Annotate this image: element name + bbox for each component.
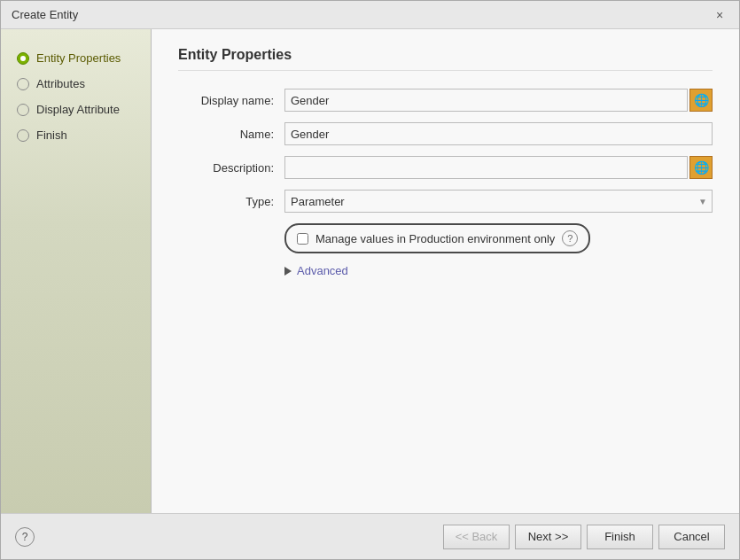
create-entity-dialog: Create Entity × Entity Properties Attrib…	[0, 0, 740, 560]
sidebar-label-entity-properties: Entity Properties	[36, 51, 121, 65]
back-button[interactable]: << Back	[443, 525, 510, 549]
description-control: 🌐	[284, 156, 713, 179]
cancel-button[interactable]: Cancel	[658, 525, 725, 549]
manage-help-icon[interactable]: ?	[562, 230, 578, 246]
type-label: Type:	[178, 195, 284, 208]
radio-entity-properties	[17, 52, 29, 65]
radio-display-attribute	[17, 104, 29, 116]
description-input[interactable]	[284, 156, 688, 179]
description-globe-button[interactable]: 🌐	[689, 156, 713, 179]
title-bar: Create Entity ×	[1, 1, 739, 29]
type-select-wrapper: Parameter ▼	[284, 190, 713, 213]
name-input[interactable]	[284, 122, 713, 145]
manage-checkbox-highlight: Manage values in Production environment …	[284, 223, 590, 253]
manage-checkbox-row: Manage values in Production environment …	[284, 223, 713, 253]
description-globe-icon: 🌐	[694, 160, 709, 175]
sidebar-label-attributes: Attributes	[36, 77, 85, 90]
dialog-title: Create Entity	[12, 8, 78, 21]
footer-right: << Back Next >> Finish Cancel	[443, 525, 725, 549]
footer: ? << Back Next >> Finish Cancel	[1, 513, 739, 559]
next-button[interactable]: Next >>	[515, 525, 581, 549]
sidebar-item-attributes[interactable]: Attributes	[10, 73, 142, 95]
advanced-row[interactable]: Advanced	[284, 264, 713, 277]
display-name-globe-button[interactable]: 🌐	[689, 89, 713, 112]
close-button[interactable]: ×	[711, 6, 728, 24]
sidebar: Entity Properties Attributes Display Att…	[1, 29, 152, 513]
display-name-input[interactable]	[284, 89, 688, 112]
advanced-label[interactable]: Advanced	[297, 264, 348, 277]
manage-production-checkbox[interactable]	[297, 233, 308, 245]
finish-button[interactable]: Finish	[587, 525, 653, 549]
globe-icon: 🌐	[694, 93, 709, 107]
dialog-body: Entity Properties Attributes Display Att…	[1, 29, 739, 513]
advanced-triangle-icon	[284, 267, 292, 276]
help-question-mark: ?	[567, 233, 573, 244]
sidebar-item-entity-properties[interactable]: Entity Properties	[10, 47, 142, 69]
type-select[interactable]: Parameter	[284, 190, 713, 213]
name-row: Name:	[178, 122, 713, 145]
radio-attributes	[17, 78, 29, 90]
type-control: Parameter ▼	[284, 190, 713, 213]
sidebar-item-display-attribute[interactable]: Display Attribute	[10, 98, 142, 121]
display-name-label: Display name:	[178, 94, 284, 107]
section-title: Entity Properties	[178, 47, 713, 71]
name-control	[284, 122, 713, 145]
description-row: Description: 🌐	[178, 156, 713, 179]
type-row: Type: Parameter ▼	[178, 190, 713, 213]
sidebar-item-finish[interactable]: Finish	[10, 124, 142, 146]
display-name-row: Display name: 🌐	[178, 89, 713, 112]
description-label: Description:	[178, 161, 284, 175]
manage-checkbox-label: Manage values in Production environment …	[315, 232, 555, 245]
sidebar-label-finish: Finish	[36, 128, 67, 142]
name-label: Name:	[178, 128, 284, 141]
footer-left: ?	[15, 527, 35, 547]
footer-help-icon: ?	[22, 531, 28, 543]
radio-finish	[17, 129, 29, 142]
display-name-control: 🌐	[284, 89, 713, 112]
main-content: Entity Properties Display name: 🌐 Name:	[152, 29, 739, 513]
sidebar-label-display-attribute: Display Attribute	[36, 103, 120, 116]
footer-help-button[interactable]: ?	[15, 527, 35, 547]
